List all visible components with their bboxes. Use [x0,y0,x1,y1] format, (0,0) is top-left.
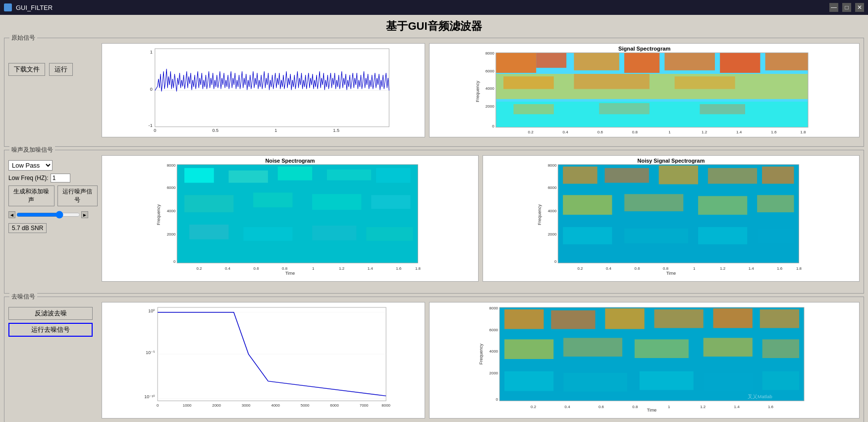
svg-rect-79 [563,167,597,184]
filter-response-container: 10⁰ 10⁻⁵ 10⁻¹⁰ 0 1000 2000 3000 [102,302,425,419]
svg-text:1.2: 1.2 [702,130,707,134]
download-file-button[interactable]: 下载文件 [8,63,45,76]
svg-text:4000: 4000 [548,209,557,213]
section2-charts: Noise Spectrogram [102,155,860,282]
svg-text:Noise Spectrogram: Noise Spectrogram [265,158,315,164]
svg-text:叉乂Matlab: 叉乂Matlab [748,394,772,399]
section3-label: 去噪信号 [9,293,37,301]
svg-text:7000: 7000 [360,403,369,408]
svg-text:1000: 1000 [183,403,192,408]
snr-badge: 5.7 dB SNR [8,223,47,233]
svg-text:0: 0 [157,403,159,408]
svg-rect-81 [659,166,698,184]
svg-text:4000: 4000 [271,403,280,408]
svg-text:0.6: 0.6 [598,405,604,409]
run-button[interactable]: 运行 [49,63,73,76]
title-bar-controls[interactable]: — □ ✕ [829,3,864,12]
svg-rect-52 [253,192,292,207]
svg-rect-139 [563,373,627,392]
svg-text:2000: 2000 [167,232,176,237]
svg-rect-25 [599,103,650,114]
svg-text:1.8: 1.8 [415,266,421,271]
svg-text:0.6: 0.6 [635,266,641,271]
svg-rect-57 [312,226,356,241]
svg-rect-84 [563,195,612,215]
section1-label: 原始信号 [9,34,37,42]
svg-text:6000: 6000 [548,185,557,190]
title-bar-left: GUI_FILTER [4,3,53,11]
svg-text:0.8: 0.8 [663,266,669,271]
svg-text:1: 1 [312,266,315,271]
svg-rect-137 [762,339,799,358]
run-noise-button[interactable]: 运行噪声信号 [57,185,98,206]
svg-text:Time: Time [647,408,656,413]
svg-text:Signal Spectrogram: Signal Spectrogram [618,46,670,52]
noise-btn-row: 生成和添加噪声 运行噪声信号 [8,185,98,206]
section3-left-panel: 反滤波去噪 运行去噪信号 [8,302,98,337]
svg-rect-24 [513,104,553,114]
section3-charts: 10⁰ 10⁻⁵ 10⁻¹⁰ 0 1000 2000 3000 [102,302,860,419]
waveform-chart-container: 1 0 -1 0 0.5 1 1.5 [102,43,425,137]
section1-left-panel: 下载文件 运行 [8,43,98,76]
svg-text:6000: 6000 [489,328,498,332]
svg-rect-88 [563,227,612,244]
svg-text:Time: Time [666,271,676,276]
svg-text:-1: -1 [149,123,153,128]
svg-rect-56 [243,227,292,241]
slider-left-arrow[interactable]: ◄ [8,211,15,218]
svg-rect-17 [720,53,760,73]
svg-text:4000: 4000 [167,209,176,213]
svg-rect-132 [760,309,799,328]
denoised-spectrogram-container: 叉乂Matlab Frequency 8000 6000 4000 2000 0… [429,302,860,419]
filter-denoise-button[interactable]: 反滤波去噪 [8,307,93,320]
svg-rect-90 [698,227,747,244]
svg-text:0.2: 0.2 [196,266,202,271]
svg-rect-129 [605,308,644,329]
svg-rect-18 [765,53,808,70]
filter-type-select[interactable]: Low Pass High Pass Band Pass Band Stop [8,160,53,171]
svg-rect-80 [605,168,649,183]
svg-text:1.4: 1.4 [734,405,740,409]
svg-rect-127 [504,309,543,329]
svg-text:8000: 8000 [485,51,494,56]
svg-rect-48 [278,167,312,181]
svg-text:1.2: 1.2 [339,266,344,271]
restore-button[interactable]: □ [842,3,851,12]
svg-rect-46 [184,168,214,183]
svg-text:1: 1 [693,266,696,271]
noisy-signal-spectrogram-svg: Noisy Signal Spectrogram [483,156,859,281]
svg-rect-53 [312,194,361,210]
gen-noise-button[interactable]: 生成和添加噪声 [8,185,54,206]
svg-text:1.4: 1.4 [749,266,755,271]
svg-text:0.2: 0.2 [528,130,534,134]
noise-spectrogram-svg: Noise Spectrogram [102,156,478,281]
svg-text:6000: 6000 [167,185,176,190]
svg-rect-54 [371,195,410,209]
svg-rect-142 [762,371,799,390]
close-button[interactable]: ✕ [855,3,864,12]
svg-text:0: 0 [495,397,498,402]
svg-text:8000: 8000 [489,306,498,310]
svg-rect-58 [366,227,413,241]
freq-input[interactable] [51,174,70,182]
slider-right-arrow[interactable]: ► [81,211,88,218]
svg-rect-12 [496,53,536,73]
run-denoise-button[interactable]: 运行去噪信号 [8,323,93,337]
svg-text:1.8: 1.8 [800,130,806,134]
svg-text:2000: 2000 [548,232,557,237]
noisy-signal-spectrogram-container: Noisy Signal Spectrogram [483,155,860,282]
minimize-button[interactable]: — [829,3,838,12]
svg-rect-20 [503,76,554,89]
svg-text:1: 1 [274,128,277,133]
svg-rect-16 [664,53,715,70]
svg-text:1.8: 1.8 [796,266,802,271]
svg-text:0: 0 [150,87,153,92]
svg-text:1.4: 1.4 [736,130,742,134]
svg-text:0.2: 0.2 [531,405,536,409]
svg-rect-26 [700,104,745,114]
section1-charts: 1 0 -1 0 0.5 1 1.5 [102,43,860,137]
section2-label: 噪声及加噪信号 [9,146,55,154]
svg-text:2000: 2000 [489,371,498,375]
noise-slider[interactable] [16,211,80,218]
svg-text:1: 1 [668,405,670,409]
